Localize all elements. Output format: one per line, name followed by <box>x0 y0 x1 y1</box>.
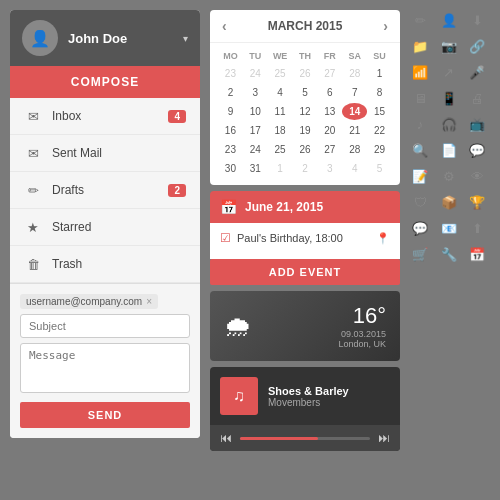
printer-icon[interactable]: 🖨 <box>467 88 487 108</box>
drafts-badge: 2 <box>168 184 186 197</box>
mic-icon[interactable]: 🎤 <box>467 62 487 82</box>
settings-icon[interactable]: ⚙ <box>439 166 459 186</box>
user-icon[interactable]: 👤 <box>439 10 459 30</box>
trash-label: Trash <box>52 257 186 271</box>
weather-widget: 🌧 16° 09.03.2015 London, UK <box>210 291 400 361</box>
calendar-week-1: 23 24 25 26 27 28 1 <box>218 65 392 82</box>
compose-button[interactable]: COMPOSE <box>10 66 200 98</box>
document-icon[interactable]: 📄 <box>439 140 459 160</box>
sent-icon: ✉ <box>24 144 42 162</box>
calendar-week-4: 16 17 18 19 20 21 22 <box>218 122 392 139</box>
message-icon[interactable]: 💬 <box>410 218 430 238</box>
avatar-icon: 👤 <box>30 29 50 48</box>
drafts-icon: ✏ <box>24 181 42 199</box>
sidebar-item-trash[interactable]: 🗑 Trash <box>10 246 200 283</box>
cart-icon[interactable]: 🛒 <box>410 244 430 264</box>
email-tag-text: username@company.com <box>26 296 142 307</box>
download-icon[interactable]: ⬇ <box>467 10 487 30</box>
tools-icon[interactable]: 🔧 <box>439 244 459 264</box>
mobile-icon[interactable]: 📱 <box>439 88 459 108</box>
calendar-grid: MO TU WE TH FR SA SU 23 24 25 26 27 28 1… <box>210 43 400 185</box>
search-icon[interactable]: 🔍 <box>410 140 430 160</box>
music-artist: Movembers <box>268 397 390 408</box>
event-date: June 21, 2015 <box>245 200 323 214</box>
event-label: Paul's Birthday, 18:00 <box>237 232 370 244</box>
calendar-selected-day[interactable]: 14 <box>342 103 367 120</box>
upload-icon[interactable]: ⬆ <box>467 218 487 238</box>
headphone-icon[interactable]: 🎧 <box>439 114 459 134</box>
starred-label: Starred <box>52 220 186 234</box>
calendar-week-5: 23 24 25 26 27 28 29 <box>218 141 392 158</box>
sidebar-item-inbox[interactable]: ✉ Inbox 4 <box>10 98 200 135</box>
chat-icon[interactable]: 💬 <box>467 140 487 160</box>
folder-icon[interactable]: 📁 <box>410 36 430 56</box>
music-icon[interactable]: ♪ <box>410 114 430 134</box>
weather-info: 16° 09.03.2015 London, UK <box>338 303 386 349</box>
calendar-icon-2[interactable]: 📅 <box>467 244 487 264</box>
music-next-button[interactable]: ⏭ <box>378 431 390 445</box>
calendar-week-6: 30 31 1 2 3 4 5 <box>218 160 392 177</box>
music-thumbnail: ♫ <box>220 377 258 415</box>
edit-icon[interactable]: ✏ <box>410 10 430 30</box>
event-body: ☑ Paul's Birthday, 18:00 📍 <box>210 223 400 259</box>
sidebar-item-sent[interactable]: ✉ Sent Mail <box>10 135 200 172</box>
tv-icon[interactable]: 📺 <box>467 114 487 134</box>
event-checkbox[interactable]: ☑ <box>220 231 231 245</box>
eye-icon[interactable]: 👁 <box>467 166 487 186</box>
pin-icon: 📍 <box>376 232 390 245</box>
message-field[interactable] <box>20 343 190 393</box>
share-icon[interactable]: ↗ <box>439 62 459 82</box>
box-icon[interactable]: 📦 <box>439 192 459 212</box>
weather-icon: 🌧 <box>224 310 252 343</box>
calendar-icon: 📅 <box>220 199 237 215</box>
sent-label: Sent Mail <box>52 146 186 160</box>
music-prev-button[interactable]: ⏮ <box>220 431 232 445</box>
weather-location: London, UK <box>338 339 386 349</box>
music-progress-fill <box>240 437 318 440</box>
calendar-title: MARCH 2015 <box>268 19 343 33</box>
email-icon[interactable]: 📧 <box>439 218 459 238</box>
inbox-icon: ✉ <box>24 107 42 125</box>
subject-field[interactable] <box>20 314 190 338</box>
calendar-week-3: 9 10 11 12 13 14 15 <box>218 103 392 120</box>
trophy-icon[interactable]: 🏆 <box>467 192 487 212</box>
link-icon[interactable]: 🔗 <box>467 36 487 56</box>
music-info: Shoes & Barley Movembers <box>268 385 390 408</box>
sidebar-item-starred[interactable]: ★ Starred <box>10 209 200 246</box>
icons-panel: ✏ 👤 ⬇ 📁 📷 🔗 📶 ↗ 🎤 🖥 📱 🖨 ♪ 🎧 📺 🔍 📄 💬 📝 ⚙ … <box>410 10 490 264</box>
music-widget: ♫ Shoes & Barley Movembers ⏮ ⏭ <box>210 367 400 451</box>
calendar-next-button[interactable]: › <box>383 18 388 34</box>
wifi-icon[interactable]: 📶 <box>410 62 430 82</box>
inbox-badge: 4 <box>168 110 186 123</box>
add-event-button[interactable]: ADD EVENT <box>210 259 400 285</box>
event-section: 📅 June 21, 2015 ☑ Paul's Birthday, 18:00… <box>210 191 400 285</box>
email-tag: username@company.com × <box>20 294 158 309</box>
starred-icon: ★ <box>24 218 42 236</box>
left-panel: 👤 John Doe ▾ COMPOSE ✉ Inbox 4 ✉ Sent Ma… <box>10 10 200 438</box>
inbox-label: Inbox <box>52 109 168 123</box>
shield-icon[interactable]: 🛡 <box>410 192 430 212</box>
music-title: Shoes & Barley <box>268 385 390 397</box>
camera-icon[interactable]: 📷 <box>439 36 459 56</box>
calendar-header: ‹ MARCH 2015 › <box>210 10 400 43</box>
calendar-widget: ‹ MARCH 2015 › MO TU WE TH FR SA SU 23 2… <box>210 10 400 185</box>
note-icon[interactable]: 📝 <box>410 166 430 186</box>
event-date-header: 📅 June 21, 2015 <box>210 191 400 223</box>
send-button[interactable]: SEND <box>20 402 190 428</box>
event-item: ☑ Paul's Birthday, 18:00 📍 <box>220 231 390 245</box>
profile-header[interactable]: 👤 John Doe ▾ <box>10 10 200 66</box>
compose-form: username@company.com × SEND <box>10 283 200 438</box>
sidebar-item-drafts[interactable]: ✏ Drafts 2 <box>10 172 200 209</box>
calendar-prev-button[interactable]: ‹ <box>222 18 227 34</box>
weather-temperature: 16° <box>338 303 386 329</box>
center-panel: ‹ MARCH 2015 › MO TU WE TH FR SA SU 23 2… <box>210 10 400 451</box>
music-note-icon: ♫ <box>233 387 245 405</box>
music-info-area: ♫ Shoes & Barley Movembers <box>210 367 400 425</box>
calendar-day-names: MO TU WE TH FR SA SU <box>218 49 392 63</box>
chevron-down-icon: ▾ <box>183 33 188 44</box>
avatar: 👤 <box>22 20 58 56</box>
desktop-icon[interactable]: 🖥 <box>410 88 430 108</box>
remove-tag-button[interactable]: × <box>146 296 152 307</box>
music-progress-bar[interactable] <box>240 437 370 440</box>
music-controls: ⏮ ⏭ <box>210 425 400 451</box>
